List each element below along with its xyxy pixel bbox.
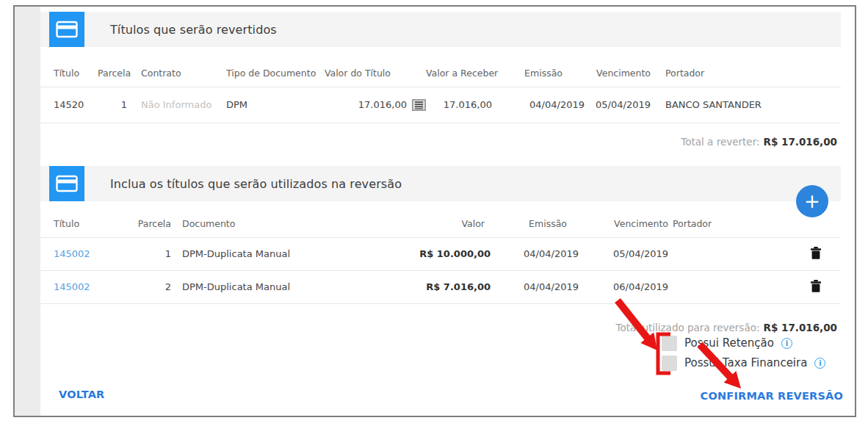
col-titulo: Título xyxy=(40,217,98,237)
cell-portador xyxy=(670,270,767,303)
titulo-link[interactable]: 145002 xyxy=(54,281,90,292)
section-reverted-title: Títulos que serão revertidos xyxy=(110,23,277,37)
cell-parcela: 1 xyxy=(98,237,171,270)
col-actions xyxy=(767,217,841,237)
cell-parcela: 1 xyxy=(98,87,127,123)
section-include-header: Inclua os títulos que serão utilizados n… xyxy=(40,166,841,201)
info-icon[interactable]: i xyxy=(814,358,825,369)
col-parcela: Parcela xyxy=(98,62,127,87)
trash-icon[interactable] xyxy=(811,280,821,292)
col-vencimento: Vencimento xyxy=(580,217,670,237)
cell-vencimento: 05/04/2019 xyxy=(586,87,659,123)
col-contrato: Contrato xyxy=(127,62,226,87)
section-reverted-header: Títulos que serão revertidos xyxy=(40,12,841,47)
main-panel: Títulos que serão revertidos Título Parc… xyxy=(13,5,856,417)
include-table-row: 145002 1 DPM-Duplicata Manual R$ 10.000,… xyxy=(40,237,841,270)
left-gutter xyxy=(15,7,40,416)
cell-parcela: 2 xyxy=(98,270,171,303)
cell-emissao: 04/04/2019 xyxy=(491,237,580,270)
col-valor-receber: Valor a Receber xyxy=(426,62,492,87)
trash-icon[interactable] xyxy=(811,247,821,259)
cell-valor: R$ 7.016,00 xyxy=(426,281,491,292)
titulo-link[interactable]: 145002 xyxy=(54,248,90,259)
col-tipo-documento: Tipo de Documento xyxy=(226,62,292,87)
plus-icon: + xyxy=(804,190,820,212)
cell-documento: DPM-Duplicata Manual xyxy=(171,237,344,270)
total-a-reverter: Total a reverter:R$ 17.016,00 xyxy=(40,134,837,149)
reverted-table-row: 14520 1 Não Informado DPM 17.016,00 xyxy=(40,87,841,123)
include-table-header: Título Parcela Documento Valor Emissão V… xyxy=(40,217,841,237)
possui-retencao-checkbox[interactable] xyxy=(662,336,677,351)
col-vencimento: Vencimento xyxy=(586,62,659,87)
total-utilizado-reversao: Total utilizado para reversão:R$ 17.016,… xyxy=(40,320,837,335)
card-icon xyxy=(49,12,84,47)
document-lines-icon[interactable] xyxy=(412,99,426,111)
cell-portador xyxy=(670,237,767,270)
include-table: Título Parcela Documento Valor Emissão V… xyxy=(40,217,841,304)
cell-emissao: 04/04/2019 xyxy=(492,87,586,123)
cell-vencimento: 06/04/2019 xyxy=(580,270,670,303)
section-include-title: Inclua os títulos que serão utilizados n… xyxy=(110,177,402,191)
col-parcela: Parcela xyxy=(98,217,171,237)
card-icon xyxy=(49,166,84,201)
possui-taxa-financeira-checkbox[interactable] xyxy=(662,355,677,371)
include-table-row: 145002 2 DPM-Duplicata Manual R$ 7.016,0… xyxy=(40,270,841,303)
cell-vencimento: 05/04/2019 xyxy=(580,237,670,270)
reverted-table-header: Título Parcela Contrato Tipo de Document… xyxy=(40,62,841,87)
cell-valor-receber: 17.016,00 xyxy=(426,87,492,123)
col-emissao: Emissão xyxy=(492,62,586,87)
cell-portador: BANCO SANTANDER xyxy=(659,87,841,123)
cell-contrato: Não Informado xyxy=(127,87,226,123)
cell-titulo: 14520 xyxy=(40,87,98,123)
possui-retencao-row: Possui Retenção i xyxy=(662,335,792,351)
possui-taxa-financeira-row: Possui Taxa Financeira i xyxy=(662,355,825,371)
col-emissao: Emissão xyxy=(491,217,580,237)
cell-valor: R$ 10.000,00 xyxy=(419,248,491,259)
cell-documento: DPM-Duplicata Manual xyxy=(171,270,344,303)
reverted-table: Título Parcela Contrato Tipo de Document… xyxy=(40,62,841,123)
confirmar-reversao-button[interactable]: CONFIRMAR REVERSÃO xyxy=(701,390,843,402)
col-documento: Documento xyxy=(171,217,344,237)
col-valor: Valor xyxy=(344,217,491,237)
col-portador: Portador xyxy=(659,62,841,87)
add-title-button[interactable]: + xyxy=(796,185,828,217)
cell-valor-titulo: 17.016,00 xyxy=(292,87,426,123)
cell-tipo-documento: DPM xyxy=(226,87,292,123)
col-portador: Portador xyxy=(670,217,767,237)
col-titulo: Título xyxy=(40,62,98,87)
info-icon[interactable]: i xyxy=(781,338,792,349)
cell-emissao: 04/04/2019 xyxy=(491,270,580,303)
